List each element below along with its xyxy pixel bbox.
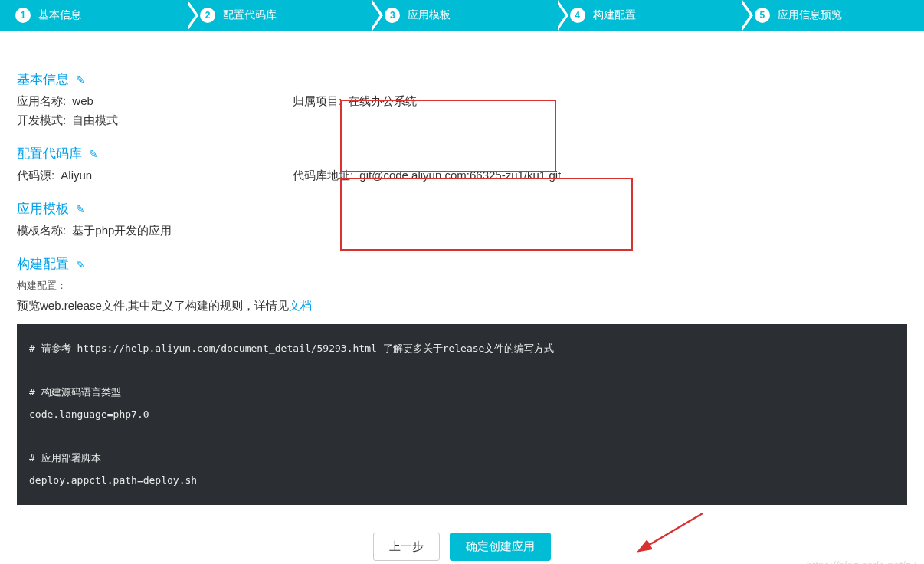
step-number: 1: [15, 8, 31, 23]
svg-line-0: [647, 513, 703, 546]
section-title-template: 应用模板 ✎: [17, 200, 907, 218]
dev-mode-label: 开发模式:: [17, 113, 66, 126]
action-bar: 上一步 确定创建应用: [17, 533, 907, 561]
step-number: 4: [570, 8, 585, 23]
section-title-text: 构建配置: [17, 257, 69, 271]
step-label: 构建配置: [593, 8, 636, 22]
app-name-label: 应用名称:: [17, 94, 66, 107]
preview-content: 基本信息 ✎ 应用名称: web 归属项目: 在线办公系统 开发模式: 自由模式…: [0, 31, 924, 564]
project-value: 在线办公系统: [348, 94, 417, 107]
step-label: 配置代码库: [223, 8, 277, 22]
section-title-text: 应用模板: [17, 202, 69, 216]
dev-mode-value: 自由模式: [72, 113, 118, 126]
step-basic-info[interactable]: 1 基本信息: [0, 0, 185, 31]
step-app-template[interactable]: 3 应用模板: [369, 0, 554, 31]
step-build-config[interactable]: 4 构建配置: [555, 0, 739, 31]
template-name-label: 模板名称:: [17, 224, 66, 237]
watermark-text: https://blog.csdn.net/z7: [806, 559, 916, 564]
step-app-preview[interactable]: 5 应用信息预览: [739, 0, 924, 31]
arrow-annotation-icon: [637, 510, 706, 556]
doc-link[interactable]: 文档: [289, 299, 312, 312]
wizard-stepper: 1 基本信息 2 配置代码库 3 应用模板 4 构建配置 5 应用信息预览: [0, 0, 924, 31]
preview-text-prefix: 预览web.release文件,其中定义了构建的规则，详情见: [17, 299, 289, 312]
project-label: 归属项目:: [293, 94, 342, 107]
edit-icon[interactable]: ✎: [76, 258, 85, 271]
step-number: 3: [385, 8, 400, 23]
section-title-build: 构建配置 ✎: [17, 255, 907, 273]
release-file-code: # 请参考 https://help.aliyun.com/document_d…: [17, 324, 907, 505]
edit-icon[interactable]: ✎: [89, 148, 98, 160]
template-name-value: 基于php开发的应用: [72, 224, 172, 237]
edit-icon[interactable]: ✎: [76, 203, 85, 215]
repo-addr-value: git@code.aliyun.com:66325-zu1/ku1.git: [359, 169, 561, 182]
app-name-value: web: [72, 94, 93, 107]
code-source-label: 代码源:: [17, 169, 54, 182]
step-label: 应用模板: [408, 8, 451, 22]
section-title-repo: 配置代码库 ✎: [17, 145, 907, 162]
build-preview-text: 预览web.release文件,其中定义了构建的规则，详情见文档: [17, 299, 907, 313]
step-number: 2: [200, 8, 215, 23]
repo-addr-label: 代码库地址:: [293, 169, 353, 182]
step-number: 5: [755, 8, 770, 23]
edit-icon[interactable]: ✎: [76, 74, 85, 86]
step-config-repo[interactable]: 2 配置代码库: [185, 0, 369, 31]
section-title-text: 基本信息: [17, 72, 69, 87]
confirm-create-button[interactable]: 确定创建应用: [450, 533, 551, 561]
step-label: 基本信息: [38, 8, 81, 22]
step-label: 应用信息预览: [778, 8, 842, 22]
section-title-basic: 基本信息 ✎: [17, 70, 907, 88]
build-config-sublabel: 构建配置：: [17, 279, 907, 293]
section-title-text: 配置代码库: [17, 146, 82, 161]
code-source-value: Aliyun: [61, 169, 92, 182]
prev-button[interactable]: 上一步: [373, 533, 440, 561]
